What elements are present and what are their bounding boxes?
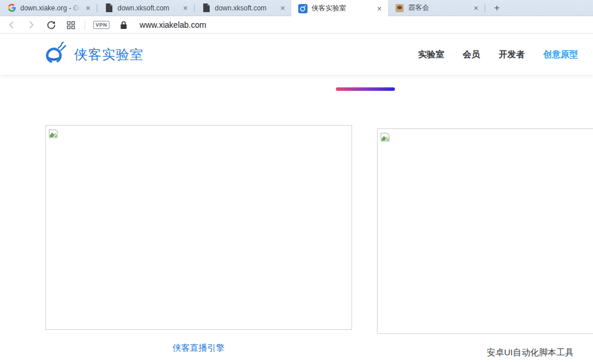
product-link-android-script[interactable]: 安卓UI自动化脚本工具	[377, 347, 593, 358]
tab-down-xiake-org[interactable]: down.xiake.org - Google ×	[0, 0, 97, 16]
gradient-divider	[336, 87, 395, 91]
address-bar-url[interactable]: www.xiakelab.com	[140, 20, 206, 30]
broken-image-icon	[380, 132, 390, 142]
comet-logo-icon	[44, 41, 68, 68]
page-favicon	[202, 3, 211, 13]
tab-title: down.xksoft.com	[118, 4, 177, 12]
tab-down-xksoft-1[interactable]: down.xksoft.com ×	[97, 0, 194, 16]
nav-item-member[interactable]: 会员	[463, 49, 480, 60]
product-card-live-engine[interactable]	[45, 125, 352, 330]
product-link-live-engine[interactable]: 侠客直播引擎	[45, 343, 352, 354]
tab-xiakehui[interactable]: 霞客会 ×	[388, 0, 485, 16]
google-favicon	[7, 3, 16, 13]
toolbar-separator	[85, 20, 85, 30]
tab-separator	[485, 4, 485, 12]
tab-bar: down.xiake.org - Google × down.xksoft.co…	[0, 0, 593, 16]
product-card-android-script[interactable]	[377, 128, 593, 334]
back-icon[interactable]	[6, 19, 17, 31]
close-tab-icon[interactable]: ×	[472, 4, 480, 12]
tab-title: 侠客实验室	[312, 3, 371, 13]
browser-window: down.xiake.org - Google × down.xksoft.co…	[0, 0, 593, 364]
close-tab-icon[interactable]: ×	[181, 4, 189, 12]
xiakelab-favicon	[298, 4, 308, 13]
nav-item-developer[interactable]: 开发者	[499, 49, 525, 60]
refresh-icon[interactable]	[45, 19, 57, 31]
site-favicon	[395, 3, 404, 13]
speed-dial-grid-icon[interactable]	[65, 19, 76, 31]
close-tab-icon[interactable]: ×	[375, 5, 383, 13]
close-tab-icon[interactable]: ×	[84, 4, 92, 12]
nav-item-lab[interactable]: 实验室	[418, 49, 444, 60]
forward-icon[interactable]	[25, 19, 37, 31]
browser-toolbar: VPN www.xiakelab.com	[0, 17, 593, 34]
nav-item-prototype[interactable]: 创意原型	[543, 49, 578, 60]
tab-title: 霞客会	[408, 3, 468, 13]
vpn-badge[interactable]: VPN	[93, 21, 109, 29]
site-header: 侠客实验室 实验室 会员 开发者 创意原型	[0, 34, 593, 75]
main-nav: 实验室 会员 开发者 创意原型	[418, 49, 578, 60]
page-favicon	[104, 3, 114, 13]
tab-title: down.xksoft.com	[215, 4, 274, 12]
tab-xiakelab-active[interactable]: 侠客实验室 ×	[291, 0, 388, 17]
broken-image-icon	[48, 128, 58, 139]
tab-down-xksoft-2[interactable]: down.xksoft.com ×	[195, 0, 291, 16]
brand-title: 侠客实验室	[74, 46, 144, 64]
lock-icon[interactable]	[118, 19, 129, 31]
site-logo[interactable]: 侠客实验室	[44, 41, 144, 68]
tab-title: down.xiake.org - Google	[20, 4, 80, 12]
new-tab-button[interactable]: +	[489, 0, 505, 16]
close-tab-icon[interactable]: ×	[279, 4, 287, 12]
